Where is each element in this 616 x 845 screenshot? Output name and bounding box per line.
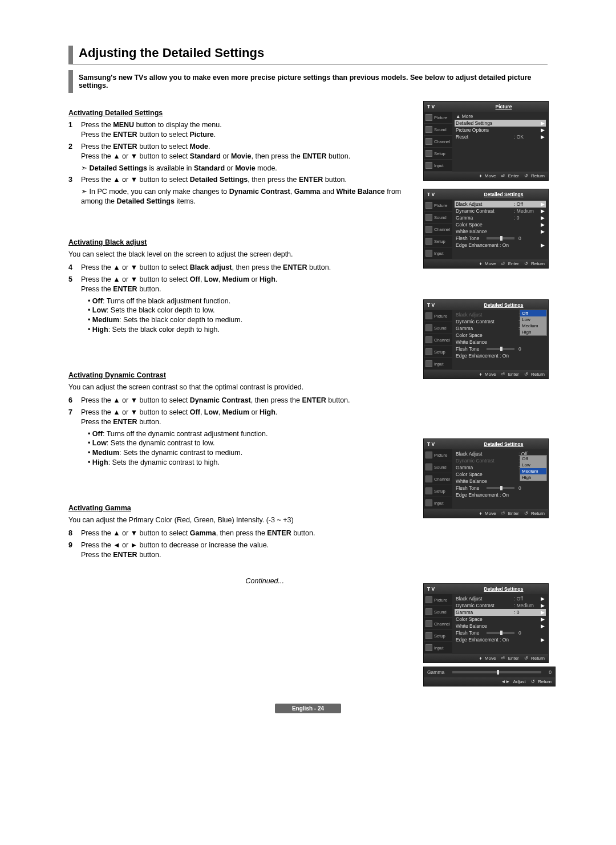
step-number: 8: [68, 529, 81, 538]
setup-icon: [425, 150, 432, 157]
osd-item[interactable]: Edge Enhancement : On: [456, 242, 540, 248]
osd-item[interactable]: Gamma: [456, 215, 512, 221]
osd-gamma: T VDetailed Settings Picture Sound Chann…: [423, 583, 549, 663]
osd-option[interactable]: Low: [520, 462, 546, 468]
step-number: 5: [68, 275, 81, 294]
osd-item[interactable]: Picture Options: [456, 127, 540, 133]
osd-item[interactable]: Reset: [456, 134, 512, 140]
note-text: In PC mode, you can only make changes to…: [81, 187, 415, 206]
step-text: Press the ▲ or ▼ button to select Dynami…: [81, 396, 350, 404]
note-text: Detailed Settings is available in Standa…: [81, 164, 415, 173]
sound-icon: [425, 126, 432, 133]
input-icon: [425, 162, 432, 169]
osd-option[interactable]: Low: [520, 316, 546, 323]
bullet: High: Sets the dynamic contrast to high.: [88, 458, 415, 468]
osd-item-selected[interactable]: Detailed Settings: [456, 120, 540, 126]
step-number: 6: [68, 396, 81, 405]
section-desc: You can adjust the screen contrast so th…: [68, 383, 415, 392]
section-head-black: Activating Black adjust: [68, 238, 415, 246]
slider-icon[interactable]: [452, 671, 541, 673]
osd-item[interactable]: Dynamic Contrast: [456, 208, 512, 214]
osd-option-list: Off Low Medium High: [520, 455, 547, 481]
step-text: Press the ▲ or ▼ button to select Off, L…: [81, 275, 277, 293]
step-number: 9: [68, 541, 81, 560]
osd-option[interactable]: Medium: [520, 468, 546, 474]
osd-item[interactable]: Color Space: [456, 222, 540, 228]
step-text: Press the ◄ or ► button to decrease or i…: [81, 541, 269, 559]
osd-picture-menu: T VPicture Picture Sound Channel Setup I…: [423, 101, 549, 181]
osd-title: Detailed Settings: [459, 189, 548, 200]
osd-item[interactable]: White Balance: [456, 229, 540, 234]
step-number: 2: [68, 142, 81, 161]
osd-hint: ♦ Move: [478, 173, 496, 178]
bullet: Off: Turns off the dynamic contrast adju…: [88, 429, 415, 439]
osd-hint: ↺ Return: [522, 173, 545, 178]
osd-option[interactable]: High: [520, 474, 546, 481]
picture-icon: [425, 114, 432, 121]
step-number: 4: [68, 263, 81, 273]
osd-tv-label: T V: [424, 101, 459, 112]
gamma-value: 0: [544, 669, 552, 675]
bullet: Off: Turns off the black adjustment func…: [88, 296, 415, 306]
bullet: Low: Sets the black color depth to low.: [88, 306, 415, 315]
step-number: 3: [68, 175, 81, 185]
osd-option[interactable]: High: [520, 329, 546, 335]
osd-sidebar: Picture Sound Channel Setup Input: [424, 112, 452, 172]
page-title: Adjusting the Detailed Settings: [79, 46, 548, 60]
gamma-label: Gamma: [427, 669, 450, 675]
bullet: Medium: Sets the black color depth to me…: [88, 315, 415, 325]
osd-hint: ⏎ Enter: [499, 173, 518, 178]
osd-detailed-settings: T VDetailed Settings Picture Sound Chann…: [423, 189, 549, 269]
osd-black-adjust: T VDetailed Settings Picture Sound Chann…: [423, 299, 549, 379]
osd-option[interactable]: Medium: [520, 323, 546, 329]
intro-text: Samsung's new TVs allow you to make even…: [68, 70, 548, 93]
osd-item-selected[interactable]: Gamma: [456, 610, 512, 615]
channel-icon: [425, 138, 432, 145]
section-desc: You can select the black level on the sc…: [68, 250, 415, 259]
step-text: Press the ▲ or ▼ button to select Black …: [81, 263, 331, 271]
step-number: 1: [68, 120, 81, 140]
osd-item[interactable]: ▲ More: [456, 113, 545, 119]
osd-item-selected[interactable]: Black Adjust: [456, 201, 512, 207]
step-text: Press the ▲ or ▼ button to select Gamma,…: [81, 529, 315, 537]
step-text: Press the ▲ or ▼ button to select Off, L…: [81, 408, 277, 426]
step-text: Press the MENU button to display the men…: [81, 121, 222, 139]
osd-dynamic-contrast: T VDetailed Settings Picture Sound Chann…: [423, 438, 549, 518]
section-head-gamma: Activating Gamma: [68, 504, 415, 512]
osd-option-list: Off Low Medium High: [520, 310, 547, 336]
section-desc: You can adjust the Primary Color (Red, G…: [68, 515, 415, 525]
osd-title: Picture: [459, 101, 548, 112]
page-footer: English - 24: [275, 704, 341, 713]
continued-text: Continued...: [68, 577, 415, 585]
bullet: Medium: Sets the dynamic contrast to med…: [88, 448, 415, 458]
slider-icon[interactable]: [487, 237, 515, 239]
step-text: Press the ENTER button to select Mode.Pr…: [81, 143, 350, 160]
bullet: High: Sets the black color depth to high…: [88, 325, 415, 335]
osd-item[interactable]: Flesh Tone: [456, 235, 484, 241]
osd-gamma-adjust: Gamma 0 ◄► Adjust↺ Return: [423, 667, 556, 686]
step-number: 7: [68, 408, 81, 427]
section-head-detailed: Activating Detailed Settings: [68, 109, 415, 117]
osd-option[interactable]: Off: [520, 310, 546, 316]
step-text: Press the ▲ or ▼ button to select Detail…: [81, 176, 347, 184]
bullet: Low: Sets the dynamic contrast to low.: [88, 438, 415, 448]
section-head-dynamic: Activating Dynamic Contrast: [68, 371, 415, 379]
osd-option[interactable]: Off: [520, 456, 546, 462]
